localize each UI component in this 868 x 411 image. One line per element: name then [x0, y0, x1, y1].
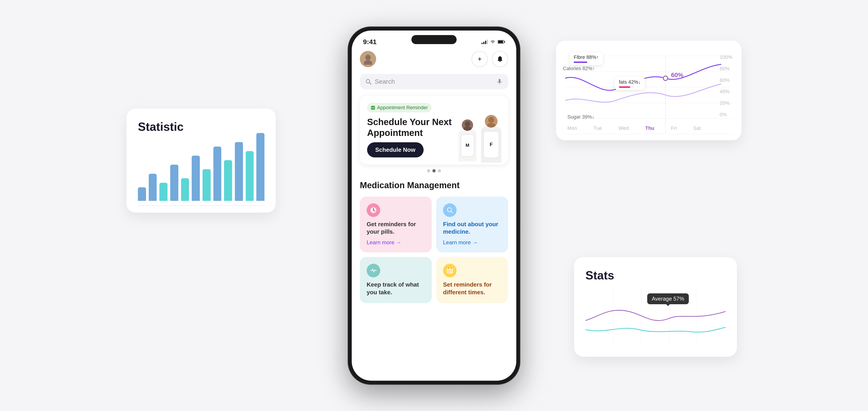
reminders-text: Set reminders for different times. — [443, 281, 501, 296]
bar — [159, 183, 167, 201]
stats-tooltip: Average 57% — [647, 293, 689, 304]
dot-indicators — [360, 169, 508, 172]
calendar-icon — [446, 267, 453, 274]
bar — [170, 165, 178, 201]
svg-text:60%: 60% — [671, 71, 683, 79]
add-button[interactable]: + — [471, 51, 488, 67]
phone-frame: 9:41 — [348, 27, 520, 384]
search-icon — [365, 79, 372, 85]
svg-rect-45 — [448, 268, 449, 269]
wifi-icon — [490, 40, 495, 44]
svg-rect-31 — [373, 108, 373, 108]
phone-content: + — [352, 49, 516, 303]
sugar-label: Sugar 39%↓ — [567, 114, 594, 120]
nutrition-card: 60% Fibre 88%↑ fats 42%↓ Calories 82%↑ S… — [556, 41, 741, 140]
scene: Statistic — [0, 0, 868, 411]
pills-icon — [367, 203, 380, 217]
stats-card: Stats Average 57% — [574, 257, 737, 357]
top-row: + — [360, 49, 508, 67]
dot-2[interactable] — [432, 169, 436, 172]
top-actions: + — [471, 51, 508, 67]
medicine-link[interactable]: Learn more → — [443, 239, 501, 246]
badge-text: Appointment Reminder — [377, 105, 428, 111]
dot-3[interactable] — [438, 169, 441, 172]
heartbeat-icon — [370, 267, 377, 274]
svg-rect-25 — [499, 79, 500, 83]
pills-link[interactable]: Learn more → — [367, 239, 425, 246]
medicine-text: Find out about your medicine. — [443, 221, 501, 236]
avatar[interactable] — [360, 51, 376, 67]
bar — [224, 160, 232, 201]
svg-point-34 — [465, 121, 470, 127]
cals-text: Calories 82%↑ — [563, 66, 595, 71]
svg-line-24 — [369, 83, 371, 84]
svg-point-37 — [488, 117, 494, 123]
appointment-badge: Appointment Reminder — [367, 103, 432, 112]
schedule-now-button[interactable]: Schedule Now — [367, 142, 424, 157]
svg-point-21 — [364, 60, 372, 65]
mic-icon — [496, 79, 503, 85]
svg-rect-46 — [451, 268, 452, 269]
bar — [235, 142, 243, 201]
appointment-card: Appointment Reminder Schedule Your Next … — [360, 96, 508, 165]
bar-chart — [138, 143, 265, 206]
svg-rect-47 — [448, 270, 449, 271]
bar — [203, 169, 211, 201]
svg-rect-13 — [482, 43, 483, 44]
svg-rect-49 — [451, 270, 452, 271]
fibre-label: Fibre 88%↑ — [569, 52, 603, 65]
svg-line-43 — [451, 211, 453, 213]
svg-point-20 — [365, 55, 371, 60]
svg-rect-15 — [485, 41, 486, 44]
y-axis: 100% 80% 60% 40% 20% 0% — [720, 54, 733, 118]
signal-icon — [482, 39, 488, 44]
statistic-title: Statistic — [138, 120, 265, 134]
avatar-icon — [362, 53, 374, 65]
pills-text: Get reminders for your pills. — [367, 221, 425, 236]
status-icons — [482, 39, 505, 44]
svg-rect-48 — [450, 270, 450, 271]
svg-rect-29 — [373, 106, 374, 107]
search-medicine-icon — [446, 207, 453, 213]
calendar-badge-icon — [371, 106, 375, 110]
svg-rect-30 — [371, 108, 372, 108]
svg-rect-19 — [498, 40, 503, 43]
appointment-title: Schedule Your Next Appointment — [367, 117, 453, 138]
stats-chart-area: Average 57% — [585, 289, 725, 357]
svg-rect-28 — [372, 106, 373, 107]
search-bar[interactable]: Search — [360, 74, 508, 89]
calories-label: Calories 82%↑ — [563, 66, 595, 71]
bar — [181, 178, 189, 201]
stats-title: Stats — [585, 268, 725, 282]
medicine-icon — [443, 203, 457, 217]
notification-button[interactable] — [492, 51, 508, 67]
bell-icon — [497, 56, 503, 62]
phone-screen: 9:41 — [352, 31, 516, 381]
appt-content: Appointment Reminder Schedule Your Next … — [367, 103, 501, 157]
medicine-card[interactable]: Find out about your medicine. Learn more… — [436, 197, 508, 253]
track-card[interactable]: Keep track of what you take. — [360, 257, 432, 303]
bar — [149, 174, 157, 201]
search-placeholder: Search — [375, 78, 493, 85]
svg-rect-14 — [483, 42, 485, 44]
svg-rect-50 — [448, 272, 449, 273]
bar — [192, 156, 200, 201]
sugar-text: Sugar 39%↓ — [567, 114, 594, 120]
fats-label: fats 42%↓ — [615, 77, 645, 90]
reminders-card[interactable]: Set reminders for different times. — [436, 257, 508, 303]
track-text: Keep track of what you take. — [367, 281, 425, 296]
dot-1[interactable] — [427, 169, 430, 172]
bar — [138, 187, 146, 201]
status-time: 9:41 — [363, 38, 377, 46]
medication-section: Medication Management Get r — [360, 180, 508, 303]
bar — [246, 151, 254, 201]
tooltip-text: Average 57% — [652, 296, 684, 302]
nutrition-chart-area: 60% Fibre 88%↑ fats 42%↓ Calories 82%↑ S… — [565, 50, 733, 131]
medication-grid: Get reminders for your pills. Learn more… — [360, 197, 508, 303]
svg-rect-18 — [504, 41, 505, 42]
dynamic-island — [411, 35, 457, 44]
reminders-icon — [443, 264, 457, 277]
bar — [256, 133, 265, 201]
svg-rect-32 — [374, 108, 374, 108]
pills-card[interactable]: Get reminders for your pills. Learn more… — [360, 197, 432, 253]
